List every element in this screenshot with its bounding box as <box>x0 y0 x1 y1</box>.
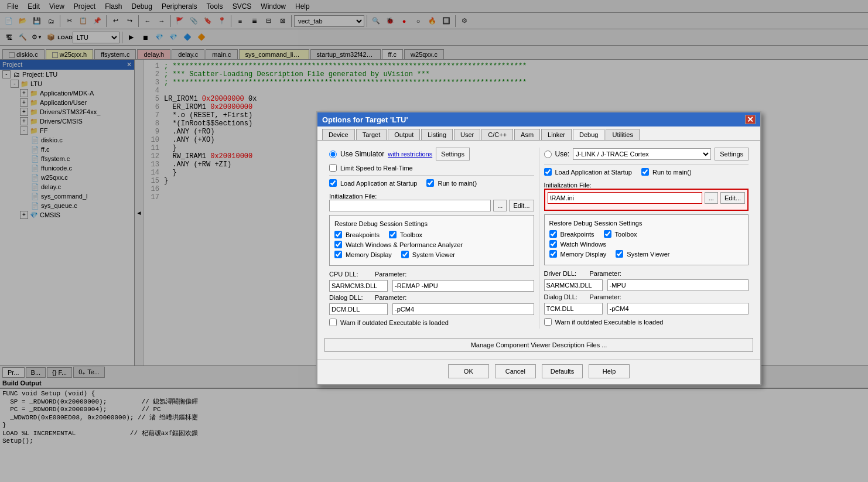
tree-drivers-stm[interactable]: + 📁 Drivers/STM32F4xx_ <box>0 107 134 117</box>
new-file-btn[interactable]: 📄 <box>2 15 15 28</box>
tb2-run[interactable]: ▶ <box>125 31 138 44</box>
target-dropdown[interactable]: vect_tab <box>294 15 364 27</box>
simulator-settings-btn[interactable]: Settings <box>436 148 470 160</box>
redo-btn[interactable]: ↪ <box>123 15 136 28</box>
dbg1-btn[interactable]: 🔍 <box>370 15 382 28</box>
format-btn[interactable]: ≡ <box>234 15 247 28</box>
init-file-input-left[interactable] <box>329 200 491 211</box>
run-to-main-check-right[interactable] <box>641 168 649 176</box>
bottom-tab-te[interactable]: 0₊ Te... <box>73 367 105 378</box>
expand-icon[interactable]: - <box>2 70 11 78</box>
bottom-tab-f[interactable]: {} F... <box>47 367 72 378</box>
tb2-btn3[interactable]: ⚙▼ <box>30 31 43 44</box>
menu-svcs[interactable]: SVCS <box>228 1 257 12</box>
dialog-param-input-right[interactable] <box>607 303 749 315</box>
tab-delay-c[interactable]: delay.c <box>172 49 204 59</box>
tab-diskio[interactable]: diskio.c <box>2 49 45 59</box>
menu-peripherals[interactable]: Peripherals <box>157 1 202 12</box>
bookmark3-btn[interactable]: 🔖 <box>201 15 214 28</box>
save-btn[interactable]: 💾 <box>30 15 43 28</box>
use-radio[interactable] <box>544 151 552 158</box>
tb2-btn5[interactable]: 🔷 <box>181 31 194 44</box>
tree-ff-c[interactable]: 📄 ff.c <box>0 145 134 154</box>
tree-ltu[interactable]: - 📁 LTU <box>0 79 134 88</box>
tree-appuser[interactable]: + 📁 Application/User <box>0 98 134 107</box>
tree-project-root[interactable]: - 🗂 Project: LTU <box>0 70 134 79</box>
tree-ffunicode[interactable]: 📄 ffunicode.c <box>0 163 134 173</box>
dialog-tab-device[interactable]: Device <box>322 129 355 140</box>
dbg3-btn[interactable]: ● <box>398 15 411 28</box>
init-browse-btn-right[interactable]: ... <box>705 192 718 204</box>
use-dropdown[interactable]: J-LINK / J-TRACE Cortex <box>573 148 711 160</box>
tree-diskio[interactable]: 📄 diskio.c <box>0 135 134 145</box>
load-app-check-left[interactable] <box>329 179 337 187</box>
with-restrictions-link[interactable]: with restrictions <box>388 151 432 158</box>
expand-icon[interactable]: + <box>20 98 28 107</box>
toolbox-check-right[interactable] <box>604 230 611 238</box>
tree-appmdka[interactable]: + 📁 Application/MDK-A <box>0 88 134 98</box>
tb2-gem1[interactable]: 💎 <box>153 31 166 44</box>
cut-btn[interactable]: ✂ <box>63 15 76 28</box>
save-all-btn[interactable]: 🗂 <box>45 15 57 28</box>
options-dialog[interactable]: Options for Target 'LTU' ✕ Device Target… <box>316 111 761 385</box>
dialog-tab-cpp[interactable]: C/C++ <box>481 129 513 140</box>
cpu-dll-input[interactable] <box>329 280 388 292</box>
tree-sysqueue[interactable]: 📄 sys_queue.c <box>0 201 134 210</box>
prev-btn[interactable]: ← <box>141 15 154 28</box>
tb2-gem2[interactable]: 💎 <box>167 31 180 44</box>
dialog-tab-target[interactable]: Target <box>356 129 387 140</box>
init-file-input-right[interactable] <box>548 192 702 204</box>
load-btn[interactable]: LOAD <box>59 31 71 44</box>
dialog-dll-input-left[interactable] <box>329 303 388 315</box>
limit-speed-check[interactable] <box>329 164 337 172</box>
bp-check-left[interactable] <box>334 231 342 238</box>
dbg2-btn[interactable]: 🐞 <box>384 15 397 28</box>
tree-ff[interactable]: - 📁 FF <box>0 126 134 135</box>
tab-main[interactable]: main.c <box>206 49 237 59</box>
format3-btn[interactable]: ⊟ <box>262 15 275 28</box>
defaults-btn[interactable]: Defaults <box>542 364 583 378</box>
tree-drivers-cmsis[interactable]: + 📁 Drivers/CMSIS <box>0 117 134 126</box>
tab-sys-cmd[interactable]: sys_command_line.c <box>239 49 309 59</box>
expand-icon[interactable]: + <box>20 211 28 219</box>
sysview-check-right[interactable] <box>616 250 623 258</box>
watchwin-check-right[interactable] <box>549 240 557 248</box>
run-to-main-check-left[interactable] <box>426 179 434 187</box>
init-edit-btn-right[interactable]: Edit... <box>720 192 745 204</box>
next-btn[interactable]: → <box>155 15 168 28</box>
driver-dll-input[interactable] <box>544 279 603 291</box>
tab-w25qxx-c[interactable]: w25qxx.c <box>404 49 444 59</box>
dialog-tab-asm[interactable]: Asm <box>514 129 540 140</box>
bottom-tab-project[interactable]: Pr... <box>2 367 25 378</box>
tree-syscmd[interactable]: 📄 sys_command_l <box>0 192 134 201</box>
format4-btn[interactable]: ⊠ <box>276 15 289 28</box>
warn-check-left[interactable] <box>329 319 337 326</box>
dialog-tab-utilities[interactable]: Utilities <box>606 129 639 140</box>
menu-file[interactable]: File <box>2 1 23 12</box>
bp-check-right[interactable] <box>549 230 557 238</box>
menu-debug[interactable]: Debug <box>127 1 157 12</box>
sysview-check-left[interactable] <box>401 251 409 258</box>
manage-component-btn[interactable]: Manage Component Viewer Description File… <box>324 338 753 352</box>
settings-btn[interactable]: ⚙ <box>458 15 471 28</box>
menu-tools[interactable]: Tools <box>202 1 228 12</box>
dbg5-btn[interactable]: 🔥 <box>426 15 439 28</box>
ok-btn[interactable]: OK <box>448 364 489 378</box>
dialog-param-input-left[interactable] <box>392 303 534 315</box>
menu-view[interactable]: View <box>45 1 69 12</box>
expand-icon[interactable]: - <box>20 127 28 135</box>
tb2-stop[interactable]: ⏹ <box>139 31 152 44</box>
expand-icon[interactable]: + <box>20 89 28 97</box>
sidebar-close[interactable]: ✕ <box>127 61 132 69</box>
tb2-btn6[interactable]: 🔶 <box>195 31 208 44</box>
undo-btn[interactable]: ↩ <box>109 15 122 28</box>
menu-help[interactable]: Help <box>291 1 315 12</box>
expand-icon[interactable]: + <box>20 108 28 116</box>
target-select[interactable]: LTU <box>73 32 119 43</box>
dialog-tab-debug[interactable]: Debug <box>573 129 604 140</box>
tb2-btn4[interactable]: 📦 <box>45 31 57 44</box>
tree-ffsystem[interactable]: 📄 ffsystem.c <box>0 154 134 163</box>
menu-project[interactable]: Project <box>69 1 100 12</box>
tab-delay-h[interactable]: delay.h <box>137 49 170 59</box>
tree-cmsis[interactable]: + 💎 CMSIS <box>0 210 134 220</box>
